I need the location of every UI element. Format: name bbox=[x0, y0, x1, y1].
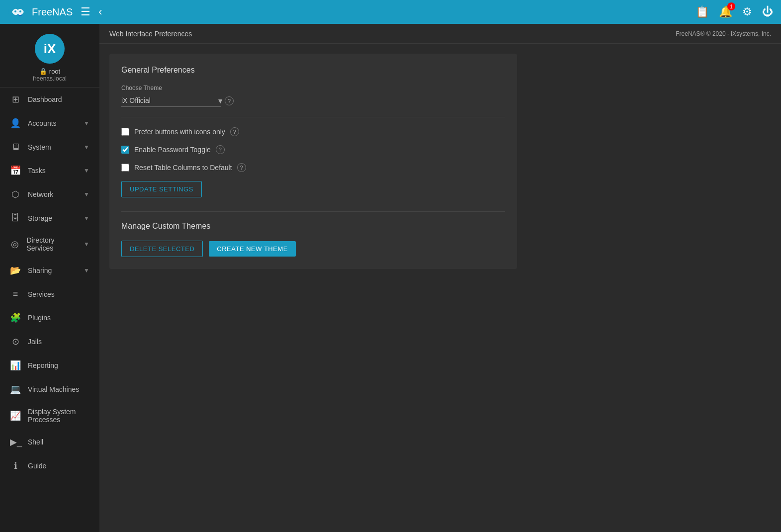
main-content: Web Interface Preferences FreeNAS® © 202… bbox=[99, 24, 781, 532]
logo: 🐾 FreeNAS bbox=[8, 3, 73, 21]
sidebar-item-reporting[interactable]: 📊 Reporting bbox=[0, 354, 99, 377]
reset-help-icon[interactable]: ? bbox=[237, 163, 246, 172]
theme-select-wrapper: iX Official Default Dark Light ▼ ? bbox=[121, 94, 234, 107]
user-name: 🔒 root bbox=[39, 68, 60, 75]
theme-select[interactable]: iX Official Default Dark Light bbox=[121, 94, 221, 107]
sidebar: iX 🔒 root freenas.local ⊞ Dashboard 👤 Ac… bbox=[0, 24, 99, 532]
sidebar-item-jails[interactable]: ⊙ Jails bbox=[0, 330, 99, 354]
theme-form-group: Choose Theme iX Official Default Dark Li… bbox=[121, 85, 505, 107]
page-copyright: FreeNAS® © 2020 - iXsystems, Inc. bbox=[676, 30, 771, 37]
notification-badge: 1 bbox=[727, 2, 735, 10]
sidebar-item-display-processes[interactable]: 📈 Display System Processes bbox=[0, 401, 99, 430]
avatar: iX bbox=[35, 34, 65, 64]
notification-wrapper[interactable]: 🔔 1 bbox=[719, 5, 732, 18]
brand-name: FreeNAS bbox=[32, 6, 73, 18]
icons-only-row: Prefer buttons with icons only ? bbox=[121, 127, 505, 136]
sidebar-label-processes: Display System Processes bbox=[28, 408, 89, 424]
sidebar-item-services[interactable]: ≡ Services bbox=[0, 282, 99, 306]
sidebar-item-guide[interactable]: ℹ Guide bbox=[0, 454, 99, 478]
delete-selected-button[interactable]: DELETE SELECTED bbox=[121, 241, 203, 257]
tasks-icon: 📅 bbox=[10, 165, 21, 176]
topbar-right: 📋 🔔 1 ⚙ ⏻ bbox=[695, 5, 773, 18]
icons-only-checkbox[interactable] bbox=[121, 128, 129, 136]
sidebar-label-accounts: Accounts bbox=[28, 119, 57, 127]
sidebar-label-system: System bbox=[28, 143, 51, 151]
user-area: iX 🔒 root freenas.local bbox=[0, 24, 99, 88]
accounts-icon: 👤 bbox=[10, 118, 21, 129]
sidebar-label-services: Services bbox=[28, 290, 55, 298]
freenas-logo-icon: 🐾 bbox=[8, 3, 28, 21]
password-help-icon[interactable]: ? bbox=[216, 145, 225, 154]
notes-icon[interactable]: 📋 bbox=[695, 5, 709, 18]
reset-columns-checkbox[interactable] bbox=[121, 164, 129, 172]
system-arrow: ▼ bbox=[84, 144, 89, 151]
accounts-arrow: ▼ bbox=[84, 120, 89, 127]
services-icon: ≡ bbox=[10, 289, 21, 299]
avatar-text: iX bbox=[44, 41, 56, 57]
menu-icon[interactable]: ☰ bbox=[81, 5, 90, 18]
storage-arrow: ▼ bbox=[84, 215, 89, 222]
page-title: Web Interface Preferences bbox=[109, 30, 192, 38]
lock-icon: 🔒 bbox=[39, 68, 47, 75]
user-hostname: freenas.local bbox=[33, 75, 67, 82]
sidebar-label-dashboard: Dashboard bbox=[28, 95, 62, 103]
update-settings-row: UPDATE SETTINGS bbox=[121, 181, 505, 197]
svg-point-2 bbox=[14, 10, 16, 12]
sidebar-label-reporting: Reporting bbox=[28, 361, 58, 369]
sidebar-item-dashboard[interactable]: ⊞ Dashboard bbox=[0, 88, 99, 111]
system-icon: 🖥 bbox=[10, 142, 21, 152]
sidebar-item-accounts[interactable]: 👤 Accounts ▼ bbox=[0, 111, 99, 135]
password-toggle-checkbox[interactable] bbox=[121, 146, 129, 154]
sidebar-label-sharing: Sharing bbox=[28, 266, 52, 274]
reset-columns-row: Reset Table Columns to Default ? bbox=[121, 163, 505, 172]
settings-icon[interactable]: ⚙ bbox=[742, 5, 752, 18]
storage-icon: 🗄 bbox=[10, 213, 21, 223]
sharing-arrow: ▼ bbox=[84, 267, 89, 274]
theme-label: Choose Theme bbox=[121, 85, 505, 91]
svg-point-3 bbox=[19, 10, 21, 12]
sidebar-item-sharing[interactable]: 📂 Sharing ▼ bbox=[0, 259, 99, 282]
sidebar-label-tasks: Tasks bbox=[28, 167, 46, 175]
password-toggle-row: Enable Password Toggle ? bbox=[121, 145, 505, 154]
theme-help-icon[interactable]: ? bbox=[225, 96, 234, 105]
sidebar-label-jails: Jails bbox=[28, 338, 42, 346]
icons-help-icon[interactable]: ? bbox=[230, 127, 239, 136]
sidebar-item-directory-services[interactable]: ◎ Directory Services ▼ bbox=[0, 230, 99, 259]
dashboard-icon: ⊞ bbox=[10, 94, 21, 105]
topbar: 🐾 FreeNAS ☰ ‹ 📋 🔔 1 ⚙ ⏻ bbox=[0, 0, 781, 24]
general-preferences-section: General Preferences Choose Theme iX Offi… bbox=[121, 66, 505, 197]
shell-icon: ▶_ bbox=[10, 437, 21, 447]
sidebar-item-plugins[interactable]: 🧩 Plugins bbox=[0, 306, 99, 330]
reset-columns-label[interactable]: Reset Table Columns to Default bbox=[134, 164, 232, 172]
sidebar-label-vms: Virtual Machines bbox=[28, 385, 79, 393]
directory-arrow: ▼ bbox=[84, 241, 89, 248]
update-settings-button[interactable]: UPDATE SETTINGS bbox=[121, 181, 202, 197]
sidebar-item-system[interactable]: 🖥 System ▼ bbox=[0, 135, 99, 159]
power-icon[interactable]: ⏻ bbox=[762, 5, 773, 18]
divider-2 bbox=[121, 211, 505, 212]
general-preferences-title: General Preferences bbox=[121, 66, 505, 75]
sidebar-item-storage[interactable]: 🗄 Storage ▼ bbox=[0, 206, 99, 230]
sidebar-item-network[interactable]: ⬡ Network ▼ bbox=[0, 182, 99, 206]
sidebar-label-directory: Directory Services bbox=[26, 236, 77, 252]
sidebar-item-tasks[interactable]: 📅 Tasks ▼ bbox=[0, 159, 99, 182]
preferences-card: General Preferences Choose Theme iX Offi… bbox=[109, 54, 517, 269]
directory-icon: ◎ bbox=[10, 239, 19, 250]
vms-icon: 💻 bbox=[10, 384, 21, 395]
custom-themes-buttons: DELETE SELECTED CREATE NEW THEME bbox=[121, 241, 505, 257]
back-icon[interactable]: ‹ bbox=[98, 5, 102, 18]
processes-icon: 📈 bbox=[10, 410, 21, 421]
custom-themes-title: Manage Custom Themes bbox=[121, 222, 505, 231]
icons-only-label[interactable]: Prefer buttons with icons only bbox=[134, 128, 225, 136]
custom-themes-section: Manage Custom Themes DELETE SELECTED CRE… bbox=[121, 222, 505, 257]
guide-icon: ℹ bbox=[10, 460, 21, 471]
password-toggle-label[interactable]: Enable Password Toggle bbox=[134, 146, 211, 154]
sidebar-item-shell[interactable]: ▶_ Shell bbox=[0, 430, 99, 454]
sidebar-item-vms[interactable]: 💻 Virtual Machines bbox=[0, 377, 99, 401]
tasks-arrow: ▼ bbox=[84, 167, 89, 174]
create-new-theme-button[interactable]: CREATE NEW THEME bbox=[209, 241, 296, 257]
sidebar-label-plugins: Plugins bbox=[28, 314, 51, 322]
divider-1 bbox=[121, 117, 505, 117]
sharing-icon: 📂 bbox=[10, 265, 21, 276]
sidebar-label-shell: Shell bbox=[28, 438, 43, 446]
